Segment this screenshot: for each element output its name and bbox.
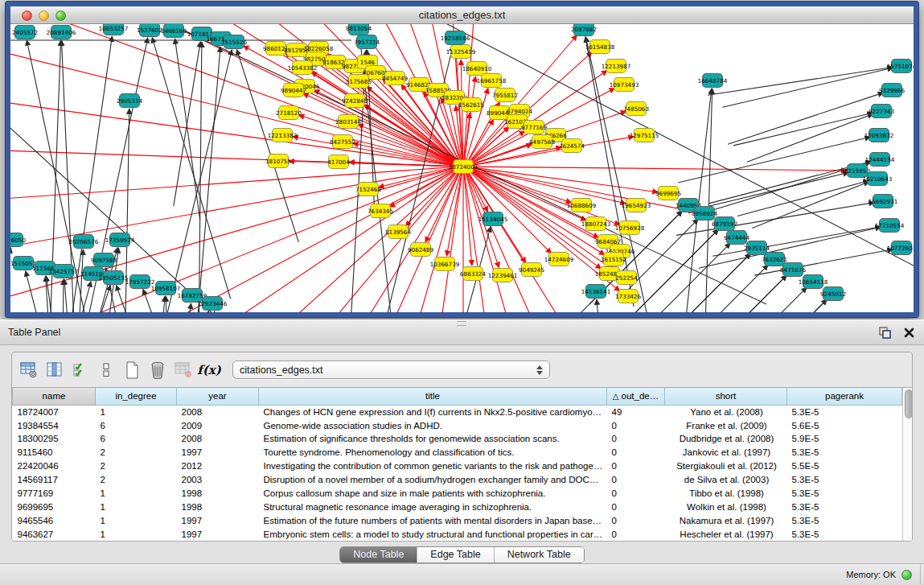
minimize-window-button[interactable] xyxy=(39,10,49,21)
show-columns-icon[interactable] xyxy=(44,360,65,381)
cell-name[interactable]: 9777169 xyxy=(13,487,96,501)
graph-node[interactable]: 15692931 xyxy=(869,195,898,208)
graph-node[interactable]: 12239461 xyxy=(488,269,518,282)
graph-node[interactable]: 3624574 xyxy=(559,139,585,153)
graph-node[interactable]: 12975115 xyxy=(630,129,659,142)
cell-year[interactable]: 2012 xyxy=(177,459,259,473)
cell-short[interactable]: Jankovic et al. (1997) xyxy=(665,446,787,459)
graph-node[interactable]: 2905334 xyxy=(117,94,142,108)
graph-node[interactable]: 9329966 xyxy=(879,84,905,97)
cell-name[interactable]: 18300295 xyxy=(13,432,96,446)
cell-short[interactable]: Wolkin et al. (1998) xyxy=(665,500,787,513)
cell-name[interactable]: 19384554 xyxy=(13,418,96,432)
table-row[interactable]: 1872400712008Changes of HCN gene express… xyxy=(13,405,902,418)
cell-out_de[interactable]: 0 xyxy=(607,513,665,527)
graph-node[interactable]: 5175685 xyxy=(346,75,372,89)
cell-out_de[interactable]: 0 xyxy=(607,487,665,501)
close-window-button[interactable] xyxy=(22,10,32,21)
graph-node[interactable]: 1733426 xyxy=(615,290,641,303)
delete-column-icon[interactable] xyxy=(147,360,168,381)
table-row[interactable]: 911546021997Tourette syndrome. Phenomeno… xyxy=(13,446,902,459)
graph-node[interactable]: 1615152 xyxy=(601,253,626,266)
graph-node[interactable]: 9097588 xyxy=(91,253,117,267)
cell-title[interactable]: Investigating the contribution of common… xyxy=(259,459,607,473)
graph-node[interactable]: 7515526 xyxy=(221,35,247,49)
tab-edge-table[interactable]: Edge Table xyxy=(417,547,494,562)
graph-node[interactable]: 8427552 xyxy=(330,135,355,149)
tab-node-table[interactable]: Node Table xyxy=(340,547,417,562)
column-header-short[interactable]: short xyxy=(665,388,787,405)
table-selector-dropdown[interactable]: citations_edges.txt xyxy=(232,360,550,379)
cell-name[interactable]: 9699695 xyxy=(13,500,96,513)
table-row[interactable]: 1456911722003Disruption of a novel membe… xyxy=(13,473,902,487)
graph-node[interactable]: 12444154 xyxy=(865,153,895,167)
graph-node[interactable]: 18640910 xyxy=(462,62,492,76)
graph-node[interactable]: 9049245 xyxy=(519,263,544,277)
cell-pagerank[interactable]: 5.6E-5 xyxy=(787,418,902,432)
graph-node[interactable]: 1810755 xyxy=(265,154,291,168)
cell-year[interactable]: 2009 xyxy=(177,418,259,432)
column-header-name[interactable]: name xyxy=(13,388,96,405)
cell-year[interactable]: 1997 xyxy=(177,513,259,527)
cell-pagerank[interactable]: 5.9E-5 xyxy=(787,432,902,446)
select-rows-icon[interactable] xyxy=(70,360,91,381)
graph-node[interactable]: 7485063 xyxy=(623,102,649,116)
cell-title[interactable]: Embryonic stem cells: a model to study s… xyxy=(259,527,607,541)
graph-node[interactable]: 6497568 xyxy=(529,135,555,149)
cell-out_de[interactable]: 0 xyxy=(607,473,665,487)
cell-name[interactable]: 22420046 xyxy=(13,459,96,473)
graph-node[interactable]: 15751074 xyxy=(887,60,914,73)
graph-node[interactable]: 8958924 xyxy=(692,207,717,220)
column-header-year[interactable]: year xyxy=(177,388,259,405)
graph-node[interactable]: 8139564 xyxy=(385,225,411,239)
cell-pagerank[interactable]: 5.3E-5 xyxy=(787,473,902,487)
graph-node[interactable]: 2616050 xyxy=(10,233,26,247)
import-table-icon[interactable] xyxy=(173,360,194,381)
cell-year[interactable]: 2008 xyxy=(177,405,259,418)
graph-node[interactable]: 9245012 xyxy=(820,287,846,301)
graph-node[interactable]: 9474444 xyxy=(724,231,749,245)
zoom-window-button[interactable] xyxy=(55,10,66,21)
function-builder-icon[interactable]: f(x) xyxy=(199,360,220,381)
cell-out_de[interactable]: 0 xyxy=(607,527,665,541)
column-header-out_de[interactable]: △out_de… xyxy=(607,388,665,405)
cell-short[interactable]: Franke et al. (2009) xyxy=(665,418,787,432)
graph-node[interactable]: 17359924 xyxy=(105,233,135,247)
graph-node[interactable]: 10688609 xyxy=(567,199,597,212)
panel-splitter-grip[interactable] xyxy=(457,321,466,326)
table-row[interactable]: 1938455462009Genome-wide association stu… xyxy=(13,418,902,432)
cell-name[interactable]: 9465546 xyxy=(13,513,96,527)
graph-node[interactable]: 9699695 xyxy=(655,187,681,200)
graph-node[interactable]: 12093832 xyxy=(864,129,894,142)
cell-name[interactable]: 9115460 xyxy=(13,446,96,459)
graph-node[interactable]: 20891406 xyxy=(47,26,76,39)
cell-title[interactable]: Genome-wide association studies in ADHD. xyxy=(259,418,607,432)
graph-node[interactable]: 2803144 xyxy=(335,115,361,129)
cell-in_degree[interactable]: 1 xyxy=(96,500,177,513)
cell-in_degree[interactable]: 2 xyxy=(96,446,177,459)
graph-node[interactable]: 2087682 xyxy=(571,24,597,36)
table-row[interactable]: 946554611997Estimation of the future num… xyxy=(13,513,902,527)
graph-node[interactable]: 14136141 xyxy=(581,285,611,299)
cell-pagerank[interactable]: 5.3E-5 xyxy=(787,405,902,418)
column-header-title[interactable]: title xyxy=(259,388,607,405)
graph-node[interactable]: 417004 xyxy=(327,155,350,169)
cell-short[interactable]: Hescheler et al. (1997) xyxy=(665,527,787,541)
cell-in_degree[interactable]: 1 xyxy=(96,405,177,418)
table-row[interactable]: 969969511998Structural magnetic resonanc… xyxy=(13,500,902,513)
graph-node[interactable]: 9890447 xyxy=(281,84,306,97)
column-header-pagerank[interactable]: pagerank xyxy=(787,388,902,405)
cell-in_degree[interactable]: 6 xyxy=(96,418,177,432)
graph-node[interactable]: 10973493 xyxy=(610,78,639,92)
graph-node[interactable]: 10653257 xyxy=(99,24,129,35)
graph-node[interactable]: 9777169 xyxy=(521,121,547,134)
cell-out_de[interactable]: 0 xyxy=(607,446,665,459)
cell-year[interactable]: 1997 xyxy=(177,446,259,459)
cell-name[interactable]: 9463627 xyxy=(13,527,96,541)
graph-node[interactable]: 7152468 xyxy=(355,183,381,196)
cell-title[interactable]: Corpus callosum shape and size in male p… xyxy=(259,487,607,501)
cell-pagerank[interactable]: 5.3E-5 xyxy=(787,500,902,513)
table-row[interactable]: 977716911998Corpus callosum shape and si… xyxy=(13,487,902,501)
cell-title[interactable]: Disruption of a novel member of a sodium… xyxy=(259,473,607,487)
cell-name[interactable]: 14569117 xyxy=(13,473,96,487)
